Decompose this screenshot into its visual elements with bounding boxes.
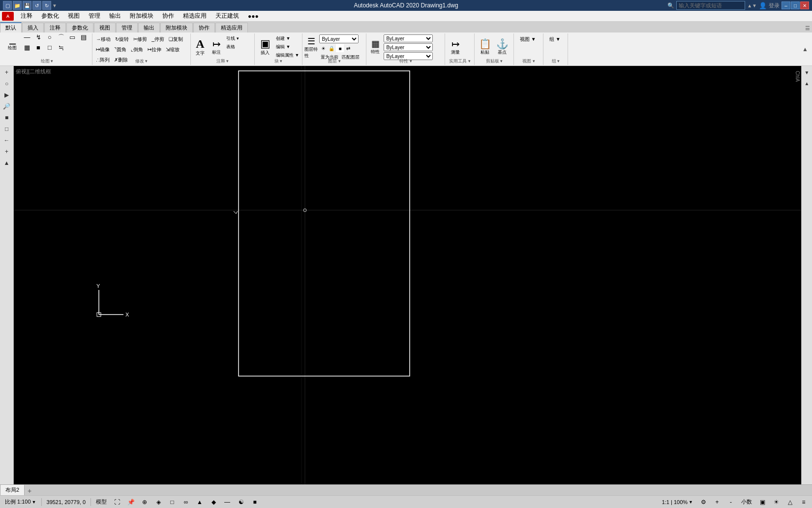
user-icon[interactable]: 👤 [759,2,767,9]
expand-icon[interactable]: ▲▼ [747,3,757,8]
ribbon-collapse-btn[interactable]: ▲ [802,46,810,53]
tab-output[interactable]: 输出 [138,23,160,32]
minimize-button[interactable]: – [782,1,790,9]
layer-color-btn[interactable]: ■ [336,44,344,52]
dim-large-btn[interactable]: ↦ 标注 [209,34,224,60]
ducs-btn[interactable]: ▲ [194,497,205,508]
tab-default[interactable]: 默认 [0,22,22,32]
right-tool1[interactable]: ▼ [801,67,812,78]
measure-btn[interactable]: ↦ 测量 [447,34,464,60]
search-input[interactable] [676,1,745,10]
isolation-btn[interactable]: △ [784,497,795,508]
tab-manage[interactable]: 管理 [116,23,138,32]
lock-btn[interactable]: 🔒 [328,44,335,52]
ortho-btn[interactable]: ⊕ [139,497,150,508]
tab-express[interactable]: 精选应用 [215,23,248,32]
basepoint-btn[interactable]: ⚓ 基点 [494,34,510,60]
menu-item-addins[interactable]: 附加模块 [126,11,157,21]
menu-item-annotate[interactable]: 注释 [17,11,36,21]
restore-button[interactable]: □ [791,1,800,9]
tab-annotate[interactable]: 注释 [44,23,66,32]
tab-parametric[interactable]: 参数化 [66,23,93,32]
save-icon[interactable]: 💾 [23,1,31,10]
mirror-btn[interactable]: ↦镜像 [94,45,112,55]
tp-btn[interactable]: ☯ [236,497,246,508]
menu-item-parametric[interactable]: 参数化 [37,11,63,21]
wipeout-btn[interactable]: □ [44,43,55,53]
layer-props-btn[interactable]: ☰ 图层特性 [304,35,319,61]
table-btn[interactable]: 表格 [225,43,241,51]
rotate-btn[interactable]: ↻旋转 [113,34,131,44]
gradient-btn[interactable]: ▦ [22,43,32,53]
3dpoly-btn[interactable]: ≒ [56,43,66,53]
tab-add-button[interactable]: + [25,486,34,495]
dyn-btn[interactable]: ◆ [208,497,219,508]
tab-collaborate[interactable]: 协作 [193,23,215,32]
pan-btn[interactable]: ▶ [1,90,13,100]
menu-item-collaborate[interactable]: 协作 [158,11,178,21]
tool8[interactable]: + [1,146,13,157]
new-icon[interactable]: ▢ [3,1,12,10]
insert-large-btn[interactable]: ▣ 插入 [256,34,274,60]
extend-btn[interactable]: ⎯停剪 [150,34,166,44]
polyline-btn[interactable]: ↯ [33,32,44,42]
workspace-switch[interactable]: ▣ [757,497,768,508]
erase-btn[interactable]: ✗删除 [112,55,130,65]
paste-large-btn[interactable]: 📋 粘贴 [476,34,494,60]
fillet-btn[interactable]: ⌝圆角 [112,45,128,55]
region-btn[interactable]: ■ [33,43,44,53]
match-prop-btn[interactable]: ▦ 特性 [368,34,383,60]
canvas-area[interactable]: 俯视][二维线框 Y X [14,66,801,488]
tool7[interactable]: ← [1,135,13,146]
decimal-btn[interactable]: 小数 [739,496,754,508]
menu-item-output[interactable]: 输出 [105,11,125,21]
menu-item-view[interactable]: 视图 [64,11,84,21]
redo-icon[interactable]: ↻ [42,1,51,10]
freeze-btn[interactable]: ☀ [319,44,327,52]
view-btn[interactable]: 视图 ▼ [515,34,540,44]
autocad-logo[interactable]: A [2,12,14,21]
tool5[interactable]: ■ [1,112,13,123]
sel-btn[interactable]: ■ [249,497,260,508]
array-btn[interactable]: ∴阵列 [94,55,112,65]
scale-btn[interactable]: ⇲缩放 [164,45,181,55]
draw-large-btn[interactable]: ⎯ 绘图 [3,32,21,55]
zoom-in-btn[interactable]: + [712,497,722,508]
text-large-btn[interactable]: A 文字 [192,34,208,60]
undo-icon[interactable]: ↺ [32,1,41,10]
rect-btn[interactable]: ▭ [67,32,78,42]
snap-tool-btn[interactable]: + [1,67,13,78]
view-cube[interactable]: ChIA [795,71,800,82]
group-btn[interactable]: 组 ▼ [545,34,565,44]
copy-btn[interactable]: ❏复制 [167,34,185,44]
hatch-btn[interactable]: ▤ [78,32,89,42]
grid-btn[interactable]: ⛶ [112,497,122,508]
tab-insert[interactable]: 插入 [22,23,44,32]
arc-btn[interactable]: ⌒ [56,32,66,42]
osnap-btn[interactable]: ○ [1,78,13,89]
menu-item-manage[interactable]: 管理 [85,11,104,21]
close-button[interactable]: ✕ [800,1,809,9]
model-item[interactable]: 模型 [94,496,109,508]
circle-btn[interactable]: ○ [44,32,55,42]
polar-btn[interactable]: ◈ [153,497,164,508]
dropdown-arrow[interactable]: ▼ [52,3,57,8]
open-icon[interactable]: 📁 [13,1,22,10]
tool6[interactable]: □ [1,124,13,134]
otrack-btn[interactable]: ∞ [180,497,191,508]
line-btn[interactable]: — [22,32,32,42]
block-create-btn[interactable]: 创建 ▼ [274,34,301,42]
menu-item-more[interactable]: ●●● [244,12,263,21]
login-label[interactable]: 登录 [769,2,780,9]
zoom-out-btn[interactable]: - [725,497,736,508]
hardware-accel-btn[interactable]: ☀ [771,497,782,508]
status-more-btn[interactable]: ≡ [798,497,809,508]
coordinates-item[interactable]: 39521, 20779, 0 [45,496,88,508]
matchlayer-btn[interactable]: 匹配图层 [340,53,361,61]
leader-btn[interactable]: 引线 ▾ [225,34,241,42]
menu-item-express[interactable]: 精选应用 [179,11,211,21]
osnap-status-btn[interactable]: □ [167,497,178,508]
zoom-btn[interactable]: 🔎 [1,101,13,112]
snap-btn[interactable]: 📌 [125,497,136,508]
move-btn[interactable]: →移动 [94,34,113,44]
